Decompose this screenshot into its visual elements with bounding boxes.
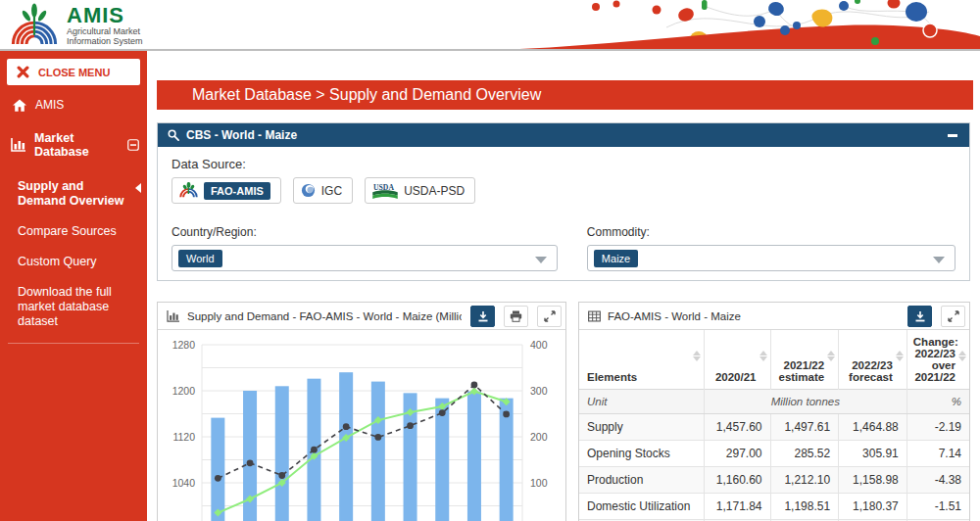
fao-amis-logo-icon: [179, 182, 198, 199]
top-header: AMIS Agricultural Market Information Sys…: [0, 0, 980, 51]
sidebar-section-label: Market Database: [34, 131, 120, 159]
commodity-label: Commodity:: [587, 225, 956, 239]
table-cell: 1,497.61: [770, 414, 839, 441]
main-content: Market Database > Supply and Demand Over…: [147, 51, 980, 521]
home-icon: [13, 99, 26, 112]
sidebar-item-supply-and-demand-overview[interactable]: Supply and Demand Overview: [0, 171, 147, 216]
collapse-section-icon[interactable]: [127, 139, 139, 151]
sidebar-divider: [8, 343, 139, 344]
country-selected-tag[interactable]: World: [178, 250, 222, 267]
column-header-elements[interactable]: Elements: [579, 330, 704, 390]
table-cell: 297.00: [704, 441, 770, 467]
filter-panel-header: CBS - World - Maize: [158, 123, 969, 147]
table-panel-title: FAO-AMIS - World - Maize: [608, 310, 899, 322]
chart-expand-button[interactable]: [537, 306, 562, 327]
chart-panel-title: Supply and Demand - FAO-AMIS - World - M…: [187, 310, 462, 322]
sidebar-item-amis-home[interactable]: AMIS: [0, 89, 147, 120]
column-header-change-[interactable]: Change:2022/23over2021/22: [906, 330, 969, 390]
unit-pct: %: [906, 390, 969, 414]
submenu-label: Supply and Demand Overview: [18, 179, 123, 208]
sidebar-item-custom-query[interactable]: Custom Query: [0, 247, 147, 277]
table-cell: -1.51: [906, 494, 969, 520]
table-cell: 1,160.60: [704, 467, 770, 494]
source-igc-label: IGC: [321, 184, 342, 198]
sidebar-item-compare-sources[interactable]: Compare Sources: [0, 216, 147, 247]
table-panel-header: FAO-AMIS - World - Maize: [579, 303, 969, 330]
close-icon: [17, 66, 29, 78]
table-head: Elements2020/212021/22estimate2022/23for…: [579, 330, 969, 390]
sort-icon[interactable]: [827, 351, 835, 361]
sort-icon[interactable]: [760, 351, 767, 361]
table-row[interactable]: Domestic Utilization1,171.841,198.511,18…: [579, 494, 969, 520]
svg-text:200: 200: [530, 431, 548, 443]
submenu-label: Custom Query: [18, 255, 97, 268]
sidebar-section-market-database[interactable]: Market Database: [0, 120, 147, 169]
country-region-label: Country/Region:: [172, 225, 558, 239]
amis-logo-text: AMIS Agricultural Market Information Sys…: [67, 3, 143, 46]
column-header-2021-22[interactable]: 2021/22estimate: [770, 330, 839, 390]
close-menu-button[interactable]: CLOSE MENU: [7, 59, 140, 85]
table-cell: Domestic Utilization: [579, 494, 704, 520]
data-source-label: Data Source:: [172, 157, 956, 171]
header-decoration-banner: [519, 0, 980, 49]
igc-logo-icon: [301, 183, 316, 198]
usda-logo-icon: USDA: [372, 182, 398, 199]
svg-text:1200: 1200: [172, 385, 196, 397]
source-button-igc[interactable]: IGC: [293, 177, 353, 204]
source-fao-amis-label: FAO-AMIS: [204, 182, 270, 200]
table-row[interactable]: Opening Stocks297.00285.52305.917.14: [579, 441, 969, 467]
column-header-2022-23[interactable]: 2022/23forecast: [839, 330, 907, 390]
amis-logo: AMIS Agricultural Market Information Sys…: [8, 3, 143, 48]
submenu-label: Compare Sources: [18, 224, 117, 238]
source-button-fao-amis[interactable]: FAO-AMIS: [172, 177, 281, 204]
table-row[interactable]: Supply1,457.601,497.611,464.88-2.19: [579, 414, 969, 441]
sort-icon[interactable]: [693, 351, 701, 361]
svg-text:USDA: USDA: [373, 183, 394, 192]
table-cell: 1,212.10: [770, 467, 839, 494]
table-icon: [588, 310, 601, 322]
table-panel: FAO-AMIS - World - Maize Elements2020: [578, 302, 970, 521]
sort-icon[interactable]: [896, 351, 904, 361]
chart-print-button[interactable]: [504, 306, 528, 327]
table-cell: 1,180.37: [839, 494, 907, 520]
table-cell: Supply: [579, 414, 704, 441]
logo-subtitle-2: Information System: [67, 36, 143, 46]
sidebar-home-label: AMIS: [35, 98, 64, 112]
source-usda-psd-label: USDA-PSD: [404, 184, 465, 198]
expand-icon: [948, 310, 959, 322]
table-download-button[interactable]: [907, 306, 932, 327]
unit-label: Unit: [579, 390, 704, 414]
table-row[interactable]: Production1,160.601,212.101,158.98-4.38: [579, 467, 969, 494]
commodity-selected-tag[interactable]: Maize: [594, 250, 638, 267]
svg-text:300: 300: [530, 385, 548, 397]
column-header-2020-21[interactable]: 2020/21: [704, 330, 770, 390]
table-cell: 1,464.88: [839, 414, 907, 441]
print-icon: [510, 310, 522, 322]
table-cell: 1,171.84: [704, 494, 770, 520]
table-cell: 7.14: [906, 441, 969, 467]
country-region-select[interactable]: World: [172, 245, 558, 271]
breadcrumb: Market Database > Supply and Demand Over…: [157, 80, 973, 110]
submenu-label: Download the full market database datase…: [18, 285, 112, 328]
supply-demand-table: Elements2020/212021/22estimate2022/23for…: [579, 330, 969, 521]
sort-icon[interactable]: [958, 351, 966, 361]
table-expand-button[interactable]: [941, 306, 965, 327]
chart-panel-header: Supply and Demand - FAO-AMIS - World - M…: [158, 303, 565, 330]
chevron-down-icon: [933, 257, 945, 263]
page: AMIS Agricultural Market Information Sys…: [0, 0, 980, 521]
sidebar-item-download-dataset[interactable]: Download the full market database datase…: [0, 277, 147, 337]
unit-value: Million tonnes: [704, 390, 906, 414]
sidebar: CLOSE MENU AMIS Market Database Supply: [0, 51, 147, 521]
collapse-panel-button[interactable]: [946, 128, 959, 142]
download-icon: [477, 310, 489, 322]
chart-download-button[interactable]: [470, 306, 495, 327]
commodity-select[interactable]: Maize: [587, 245, 956, 271]
supply-demand-chart[interactable]: 1280120011201040400300200100: [158, 330, 565, 521]
logo-title: AMIS: [67, 5, 143, 26]
filter-panel: CBS - World - Maize Data Source: FAO-AMI…: [157, 122, 970, 281]
logo-subtitle-1: Agricultural Market: [67, 26, 143, 36]
chevron-down-icon: [535, 257, 547, 263]
source-button-usda-psd[interactable]: USDA USDA-PSD: [365, 177, 475, 204]
search-icon: [168, 129, 179, 141]
table-cell: 285.52: [770, 441, 839, 467]
